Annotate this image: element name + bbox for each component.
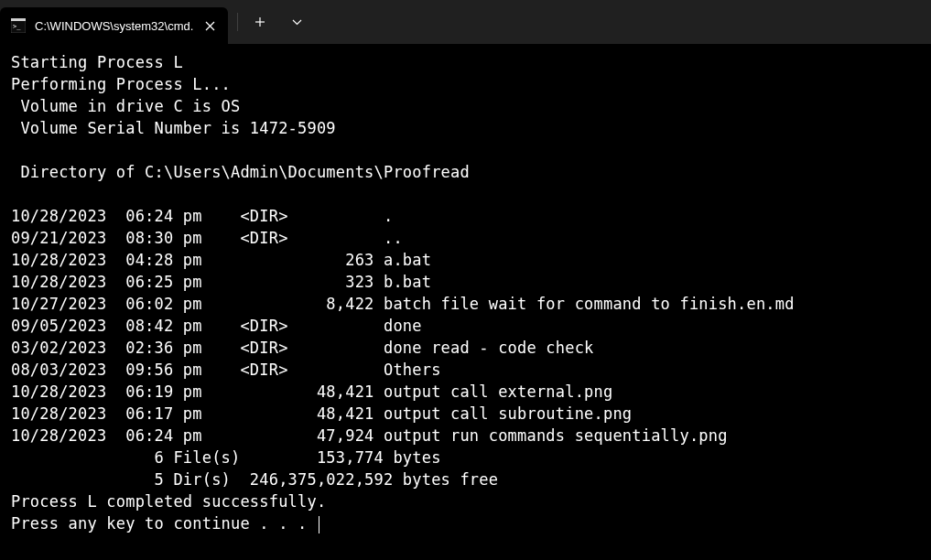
cmd-icon: >_ xyxy=(11,18,26,33)
terminal-line: Process L completed successfully. xyxy=(11,492,326,511)
terminal-line: 10/28/2023 06:25 pm 323 b.bat xyxy=(11,273,431,291)
terminal-output[interactable]: Starting Process L Performing Process L.… xyxy=(0,44,931,542)
terminal-line: 10/28/2023 06:24 pm 47,924 output run co… xyxy=(11,426,728,445)
new-tab-button[interactable] xyxy=(244,7,276,37)
terminal-line: 10/28/2023 06:17 pm 48,421 output call s… xyxy=(11,404,632,423)
svg-rect-1 xyxy=(11,18,26,21)
terminal-line: 09/21/2023 08:30 pm <DIR> .. xyxy=(11,229,403,247)
terminal-line: Press any key to continue . . . xyxy=(11,514,317,533)
terminal-line: 5 Dir(s) 246,375,022,592 bytes free xyxy=(11,470,498,489)
terminal-line: 08/03/2023 09:56 pm <DIR> Others xyxy=(11,361,441,379)
terminal-line: Performing Process L... xyxy=(11,75,231,93)
terminal-line: 6 File(s) 153,774 bytes xyxy=(11,448,441,467)
terminal-line: Volume Serial Number is 1472-5909 xyxy=(11,119,336,137)
svg-text:>_: >_ xyxy=(13,23,21,30)
terminal-line: Volume in drive C is OS xyxy=(11,97,240,115)
titlebar: >_ C:\WINDOWS\system32\cmd. xyxy=(0,0,931,44)
divider xyxy=(237,13,238,31)
cursor xyxy=(319,516,319,533)
terminal-line: Starting Process L xyxy=(11,53,183,71)
terminal-line: 10/28/2023 06:19 pm 48,421 output call e… xyxy=(11,382,612,401)
terminal-line: Directory of C:\Users\Admin\Documents\Pr… xyxy=(11,163,470,181)
terminal-line: 10/27/2023 06:02 pm 8,422 batch file wai… xyxy=(11,295,795,313)
terminal-line: 10/28/2023 04:28 pm 263 a.bat xyxy=(11,251,431,269)
terminal-line: 10/28/2023 06:24 pm <DIR> . xyxy=(11,207,393,225)
terminal-line: 03/02/2023 02:36 pm <DIR> done read - co… xyxy=(11,339,594,357)
tab-title: C:\WINDOWS\system32\cmd. xyxy=(35,19,193,33)
tab-active[interactable]: >_ C:\WINDOWS\system32\cmd. xyxy=(0,7,228,44)
tab-dropdown-button[interactable] xyxy=(280,7,313,37)
terminal-line: 09/05/2023 08:42 pm <DIR> done xyxy=(11,317,422,335)
titlebar-buttons xyxy=(228,0,313,44)
tab-close-button[interactable] xyxy=(202,18,217,33)
